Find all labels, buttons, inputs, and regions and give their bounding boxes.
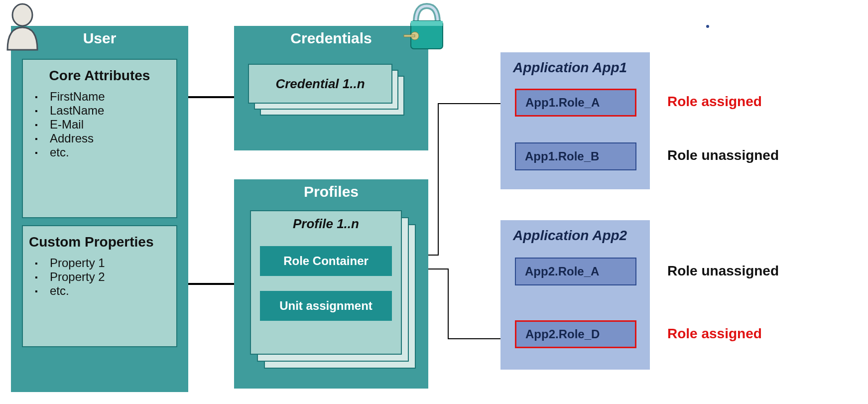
credentials-title: Credentials [234, 30, 428, 47]
list-item: LastName [35, 104, 170, 118]
list-item: etc. [35, 284, 170, 298]
list-item: Address [35, 132, 170, 145]
app2-role-d-status: Role assigned [667, 326, 762, 342]
role-label: App2.Role_D [525, 327, 600, 341]
unit-assignment-box: Unit assignment [260, 291, 392, 321]
app1-role-b-status: Role unassigned [667, 147, 779, 163]
role-label: App1.Role_A [525, 96, 600, 110]
app1-role-a-status: Role assigned [667, 94, 762, 110]
list-item: E-Mail [35, 118, 170, 132]
unit-assignment-label: Unit assignment [279, 299, 372, 313]
role-label: App1.Role_B [525, 149, 599, 163]
list-item: Property 1 [35, 256, 170, 270]
role-label: App2.Role_A [525, 265, 599, 278]
custom-properties-list: Property 1 Property 2 etc. [35, 256, 170, 298]
svg-rect-6 [404, 35, 415, 37]
svg-rect-4 [411, 21, 443, 26]
app2-role-a: App2.Role_A [515, 258, 636, 285]
profiles-title: Profiles [234, 183, 428, 200]
app1-panel: Application App1 App1.Role_A App1.Role_B [500, 52, 650, 189]
list-item: etc. [35, 145, 170, 159]
app2-title: Application App2 [501, 228, 649, 244]
custom-properties-title: Custom Properties [29, 234, 170, 250]
svg-point-2 [12, 4, 32, 26]
app1-role-a: App1.Role_A [515, 89, 636, 117]
list-item: FirstName [35, 90, 170, 104]
profiles-panel: Profiles Profile 1..n Role Container Uni… [234, 179, 428, 389]
role-container-box: Role Container [260, 246, 392, 276]
app2-role-d: App2.Role_D [515, 320, 636, 348]
core-attributes-title: Core Attributes [29, 68, 170, 84]
decorative-dot [706, 25, 709, 28]
core-attributes-box: Core Attributes FirstName LastName E-Mai… [22, 59, 177, 218]
role-container-label: Role Container [283, 254, 369, 268]
user-panel: User Core Attributes FirstName LastName … [11, 26, 188, 392]
credentials-panel: Credentials Credential 1..n [234, 26, 428, 150]
profile-card: Profile 1..n Role Container Unit assignm… [250, 210, 402, 355]
credential-card-label: Credential 1..n [275, 76, 365, 92]
app2-role-a-status: Role unassigned [667, 263, 779, 279]
user-icon [0, 0, 45, 55]
app1-title: Application App1 [501, 60, 649, 76]
profile-card-label: Profile 1..n [258, 216, 394, 232]
lock-icon [401, 0, 451, 60]
app1-role-b: App1.Role_B [515, 142, 636, 170]
custom-properties-box: Custom Properties Property 1 Property 2 … [22, 225, 177, 347]
credential-card: Credential 1..n [248, 64, 392, 104]
list-item: Property 2 [35, 270, 170, 284]
core-attributes-list: FirstName LastName E-Mail Address etc. [35, 90, 170, 159]
app2-panel: Application App2 App2.Role_A App2.Role_D [500, 220, 650, 370]
